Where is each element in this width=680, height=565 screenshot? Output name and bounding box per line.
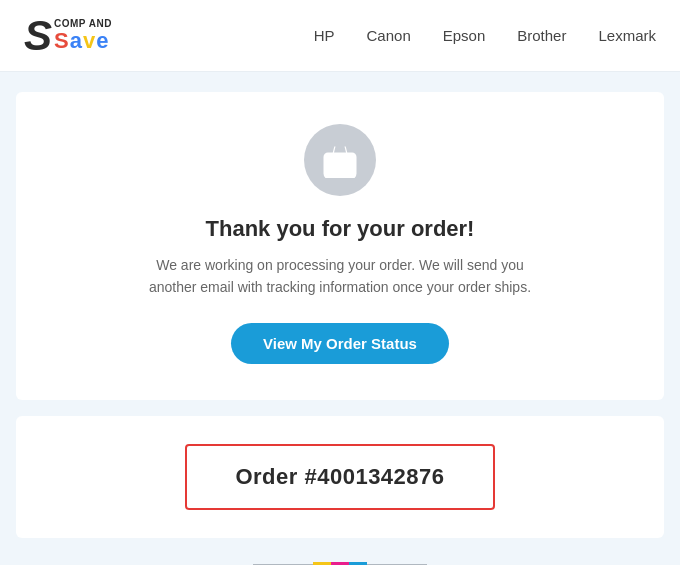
nav-item-brother[interactable]: Brother — [517, 27, 566, 44]
order-number-box: Order #4001342876 — [185, 444, 494, 510]
order-box-icon — [322, 142, 358, 178]
thank-you-description: We are working on processing your order.… — [140, 254, 540, 299]
header: S COMP AND Save HP Canon Epson Brother L… — [0, 0, 680, 72]
nav-item-hp[interactable]: HP — [314, 27, 335, 44]
footer-stripe — [16, 554, 664, 565]
logo-save-text: Save — [54, 29, 112, 53]
thank-you-card: Thank you for your order! We are working… — [16, 92, 664, 400]
order-number-card: Order #4001342876 — [16, 416, 664, 538]
logo[interactable]: S COMP AND Save — [24, 15, 112, 57]
nav-item-canon[interactable]: Canon — [367, 27, 411, 44]
main-content: Thank you for your order! We are working… — [0, 72, 680, 565]
thank-you-title: Thank you for your order! — [206, 216, 475, 242]
nav-item-epson[interactable]: Epson — [443, 27, 486, 44]
logo-s-letter: S — [24, 15, 52, 57]
svg-rect-0 — [336, 159, 345, 161]
order-number-text: Order #4001342876 — [235, 464, 444, 490]
logo-text: COMP AND Save — [54, 18, 112, 53]
order-icon-circle — [304, 124, 376, 196]
main-nav: HP Canon Epson Brother Lexmark — [314, 27, 656, 44]
view-order-status-button[interactable]: View My Order Status — [231, 323, 449, 364]
nav-item-lexmark[interactable]: Lexmark — [598, 27, 656, 44]
